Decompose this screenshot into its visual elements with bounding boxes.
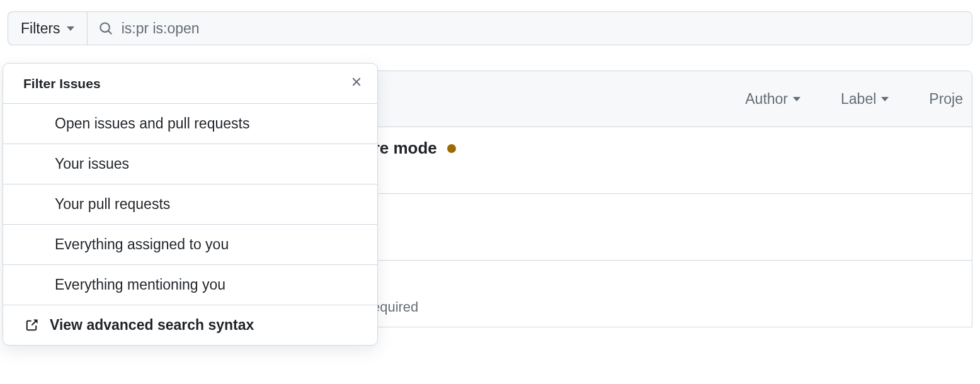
close-icon[interactable] <box>350 75 363 92</box>
external-link-icon <box>25 319 38 332</box>
status-dot-icon <box>447 144 456 153</box>
dropdown-title: Filter Issues <box>23 76 101 91</box>
filter-mentioning-you[interactable]: Everything mentioning you <box>3 265 377 305</box>
label-label: Label <box>841 91 876 108</box>
search-field[interactable] <box>87 11 972 45</box>
search-input[interactable] <box>122 20 960 37</box>
search-icon <box>99 21 113 35</box>
advanced-search-link[interactable]: View advanced search syntax <box>3 305 377 345</box>
caret-down-icon <box>793 97 801 101</box>
author-label: Author <box>745 91 788 108</box>
caret-down-icon <box>67 26 74 31</box>
filter-assigned-to-you[interactable]: Everything assigned to you <box>3 225 377 265</box>
author-filter[interactable]: Author <box>745 91 801 108</box>
dropdown-header: Filter Issues <box>3 64 377 104</box>
filters-dropdown: Filter Issues Open issues and pull reque… <box>3 63 378 346</box>
projects-filter[interactable]: Proje <box>929 91 963 108</box>
label-filter[interactable]: Label <box>841 91 889 108</box>
filter-your-prs[interactable]: Your pull requests <box>3 184 377 225</box>
search-bar: Filters <box>8 11 972 45</box>
projects-label: Proje <box>929 91 963 108</box>
filters-button[interactable]: Filters <box>8 11 87 45</box>
filter-your-issues[interactable]: Your issues <box>3 144 377 184</box>
caret-down-icon <box>881 97 889 101</box>
filters-label: Filters <box>21 20 60 37</box>
filter-open-issues-prs[interactable]: Open issues and pull requests <box>3 104 377 144</box>
